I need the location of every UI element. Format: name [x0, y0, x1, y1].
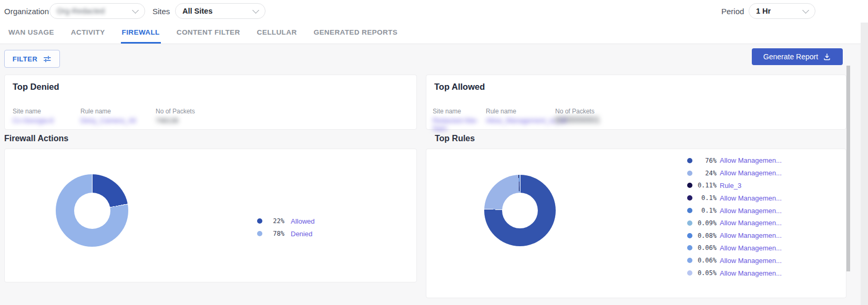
legend-label-rule[interactable]: Allow Managemen...	[720, 194, 782, 202]
denied-rule-name-link[interactable]: Deny_Camera_All	[80, 117, 136, 124]
column-header-packets: No of Packets	[156, 108, 195, 115]
top-rules-card: 76% Allow Managemen... 24% Allow Managem…	[426, 149, 846, 298]
top-denied-card: Top Denied Site name Rule name No of Pac…	[4, 75, 417, 130]
legend-percent: 0.11%	[696, 182, 717, 189]
filter-button[interactable]: FILTER	[4, 50, 60, 68]
allowed-rule-name-link[interactable]: Allow_Management_to_All	[486, 117, 567, 124]
legend-label-rule[interactable]: Allow Managemen...	[720, 219, 782, 227]
legend-item: 0.06% Allow Managemen...	[687, 254, 782, 267]
legend-percent: 0.1%	[696, 207, 717, 214]
legend-percent: 22%	[268, 217, 284, 225]
legend-label-rule[interactable]: Allow Managemen...	[720, 169, 782, 177]
legend-dot	[687, 158, 692, 163]
legend-item: 0.09% Allow Managemen...	[687, 217, 782, 229]
vertical-scrollbar-thumb[interactable]	[846, 66, 850, 271]
legend-item: 0.08% Allow Managemen...	[687, 229, 782, 242]
organization-dropdown[interactable]: Org-Redacted	[49, 3, 145, 19]
legend-percent: 0.1%	[696, 194, 717, 202]
tab-generated-reports[interactable]: GENERATED REPORTS	[313, 23, 399, 44]
period-value: 1 Hr	[756, 7, 771, 15]
legend-dot	[687, 195, 692, 201]
top-rules-heading: Top Rules	[435, 134, 475, 143]
period-label: Period	[721, 0, 744, 23]
legend-item: 0.1% Allow Managemen...	[687, 192, 782, 204]
top-allowed-card: Top Allowed Site name Rule name No of Pa…	[426, 75, 846, 130]
tab-content-filter[interactable]: CONTENT FILTER	[176, 23, 241, 44]
sites-dropdown[interactable]: All Sites	[175, 3, 265, 19]
legend-dot	[687, 171, 692, 176]
legend-label-denied[interactable]: Denied	[291, 230, 312, 238]
top-bar: Organization Org-Redacted Sites All Site…	[0, 0, 868, 23]
allowed-packets-value: 820000001	[555, 115, 600, 132]
legend-percent: 78%	[268, 230, 284, 237]
chevron-down-icon	[132, 7, 139, 14]
top-allowed-title: Top Allowed	[434, 82, 485, 92]
legend-item: 0.05% Allow Managemen...	[687, 267, 782, 279]
legend-label-rule[interactable]: Allow Managemen...	[720, 257, 782, 265]
legend-item: 0.06% Allow Managemen...	[687, 242, 782, 255]
legend-dot	[257, 231, 262, 236]
legend-dot	[687, 183, 692, 188]
firewall-actions-donut-chart	[56, 174, 128, 247]
legend-dot	[687, 233, 692, 238]
firewall-actions-legend: 22% Allowed 78% Denied	[257, 215, 315, 240]
page-right-gutter	[861, 23, 868, 305]
legend-dot	[257, 218, 262, 224]
allowed-site-name-link[interactable]: Redacted-Site-Nam	[433, 117, 478, 132]
legend-dot	[687, 270, 692, 276]
legend-item: 78% Denied	[257, 227, 315, 240]
organization-label: Organization	[4, 0, 49, 23]
legend-label-rule[interactable]: Allow Managemen...	[720, 232, 782, 239]
organization-value: Org-Redacted	[57, 7, 105, 15]
tune-icon	[43, 55, 52, 64]
legend-dot	[687, 258, 692, 263]
legend-label-rule[interactable]: Rule_3	[720, 182, 741, 190]
sites-label: Sites	[152, 0, 170, 23]
tab-cellular[interactable]: CELLULAR	[256, 23, 298, 44]
tab-wan-usage[interactable]: WAN USAGE	[7, 23, 55, 44]
tab-firewall[interactable]: FIREWALL	[121, 23, 161, 44]
top-denied-title: Top Denied	[13, 82, 59, 92]
legend-item: 24% Allow Managemen...	[687, 167, 782, 180]
denied-site-name-link[interactable]: Cv-Georgia-8	[13, 117, 54, 124]
generate-report-label: Generate Report	[763, 52, 818, 61]
legend-label-rule[interactable]: Allow Managemen...	[720, 269, 782, 277]
report-tabs: WAN USAGE ACTIVITY FIREWALL CONTENT FILT…	[0, 23, 861, 44]
column-header-site-name: Site name	[13, 108, 80, 115]
legend-label-rule[interactable]: Allow Managemen...	[720, 244, 782, 252]
legend-label-rule[interactable]: Allow Managemen...	[720, 156, 782, 164]
denied-packets-value: 748136	[156, 117, 178, 124]
legend-label-rule[interactable]: Allow Managemen...	[720, 207, 782, 215]
legend-dot	[687, 208, 692, 213]
period-dropdown[interactable]: 1 Hr	[749, 3, 815, 19]
download-icon	[823, 52, 831, 61]
legend-item: 0.11% Rule_3	[687, 180, 782, 192]
column-header-packets: No of Packets	[555, 108, 595, 115]
firewall-actions-heading: Firewall Actions	[4, 134, 68, 143]
legend-percent: 76%	[696, 157, 717, 164]
legend-percent: 0.06%	[696, 257, 717, 264]
filter-button-label: FILTER	[13, 55, 38, 63]
legend-dot	[687, 245, 692, 250]
chevron-down-icon	[802, 7, 809, 14]
legend-percent: 24%	[696, 170, 717, 177]
generate-report-button[interactable]: Generate Report	[752, 48, 843, 65]
top-rules-donut-chart	[484, 175, 556, 246]
column-header-rule-name: Rule name	[80, 108, 156, 115]
tab-activity[interactable]: ACTIVITY	[70, 23, 106, 44]
legend-label-allowed[interactable]: Allowed	[291, 217, 315, 225]
column-header-rule-name: Rule name	[486, 108, 555, 115]
firewall-report-page: Organization Org-Redacted Sites All Site…	[0, 0, 868, 305]
legend-percent: 0.05%	[696, 269, 717, 277]
chevron-down-icon	[252, 7, 259, 14]
legend-item: 76% Allow Managemen...	[687, 154, 782, 167]
legend-dot	[687, 220, 692, 226]
sites-value: All Sites	[182, 7, 212, 15]
legend-percent: 0.06%	[696, 244, 717, 251]
legend-percent: 0.08%	[696, 232, 717, 239]
top-rules-legend: 76% Allow Managemen... 24% Allow Managem…	[687, 154, 782, 279]
column-header-site-name: Site name	[433, 108, 486, 115]
legend-item: 22% Allowed	[257, 215, 315, 227]
legend-percent: 0.09%	[696, 219, 717, 227]
legend-item: 0.1% Allow Managemen...	[687, 204, 782, 217]
